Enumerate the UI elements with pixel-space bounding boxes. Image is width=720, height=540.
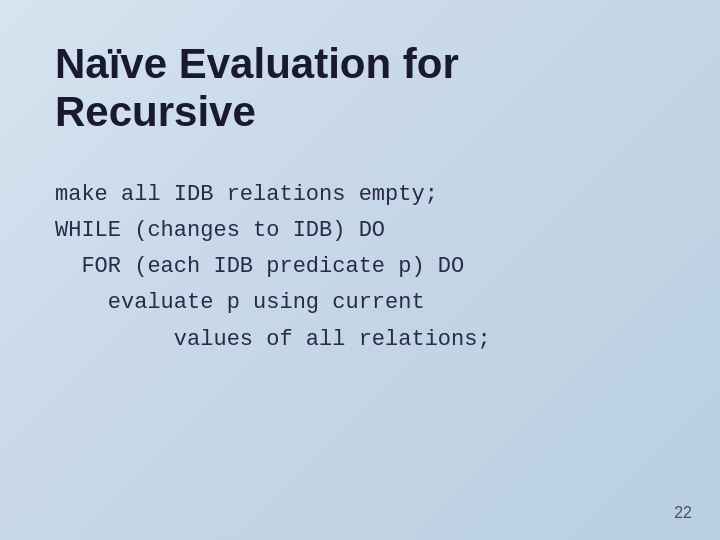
slide-container: Naïve Evaluation for Recursive make all … xyxy=(0,0,720,540)
code-line-5: values of all relations; xyxy=(55,322,665,358)
slide-title: Naïve Evaluation for Recursive xyxy=(55,40,665,137)
code-line-4: evaluate p using current xyxy=(55,285,665,321)
code-line-2: WHILE (changes to IDB) DO xyxy=(55,213,665,249)
code-line-3: FOR (each IDB predicate p) DO xyxy=(55,249,665,285)
page-number: 22 xyxy=(674,504,692,522)
code-block: make all IDB relations empty; WHILE (cha… xyxy=(55,177,665,358)
code-line-1: make all IDB relations empty; xyxy=(55,177,665,213)
